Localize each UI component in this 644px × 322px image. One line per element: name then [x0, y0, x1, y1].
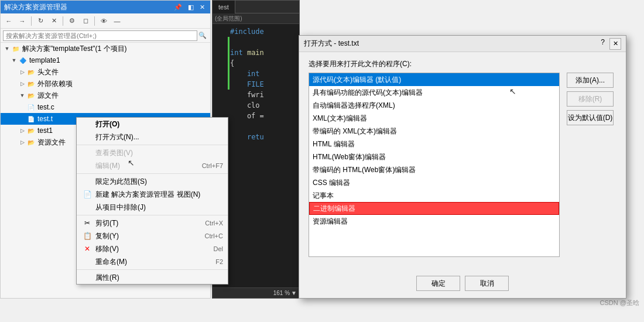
prog-name: HTML(Web窗体)编辑器	[313, 152, 386, 162]
expand-icon[interactable]: ▼	[3, 44, 11, 53]
prog-item-html[interactable]: HTML 编辑器	[309, 138, 559, 150]
tree-item-source[interactable]: ▼ 📂 源文件	[1, 90, 210, 101]
prog-item-auto-xml[interactable]: 自动编辑器选择程序(XML)	[309, 99, 559, 112]
stop-btn[interactable]: ✕	[48, 15, 60, 27]
toolbar-sep-1	[31, 16, 32, 26]
file-icon: 📄	[26, 114, 36, 124]
toolbar-sep-3	[94, 16, 95, 26]
back-btn[interactable]: ←	[3, 15, 15, 27]
tree-item-project[interactable]: ▼ 🔷 template1	[1, 54, 210, 66]
resources-label: 资源文件	[37, 138, 66, 148]
ctx-open-with-label: 打开方式(N)...	[95, 132, 139, 142]
prog-item-encoded-source[interactable]: 具有编码功能的源代码(文本)编辑器	[309, 86, 559, 99]
ctx-scope[interactable]: 限定为此范围(S)	[77, 175, 228, 188]
ctx-open[interactable]: 打开(O)	[77, 118, 228, 131]
remove-shortcut: Del	[213, 245, 223, 252]
dialog-right-btns: 添加(A)... 移除(R) 设为默认值(D)	[567, 73, 616, 264]
add-btn[interactable]: 添加(A)...	[567, 73, 614, 88]
set-default-btn[interactable]: 设为默认值(D)	[567, 110, 614, 125]
expand-icon[interactable]: ▷	[18, 68, 26, 76]
green-indicator	[228, 37, 229, 90]
prog-name: HTML 编辑器	[313, 139, 355, 149]
code-line: #include	[213, 26, 299, 37]
ok-btn[interactable]: 确定	[416, 276, 460, 291]
refresh-btn[interactable]: ↻	[35, 15, 46, 27]
testt-label: test.t	[37, 115, 53, 123]
expand-icon[interactable]: ▼	[10, 56, 18, 64]
remove-icon: ✕	[81, 245, 93, 253]
view-btn[interactable]: 👁	[98, 15, 109, 27]
panel-toolbar: ← → ↻ ✕ ⚙ ◻ 👁 —	[1, 13, 210, 29]
folder-icon: 📂	[26, 67, 36, 77]
dialog-question-btn[interactable]: ?	[601, 38, 605, 50]
headers-label: 头文件	[37, 67, 59, 77]
code-line: fwri	[213, 90, 299, 100]
prog-item-resource[interactable]: 资源编辑器	[309, 215, 559, 228]
prog-item-css[interactable]: CSS 编辑器	[309, 176, 559, 189]
prog-name: XML(文本)编辑器	[313, 114, 367, 124]
ext-deps-label: 外部依赖项	[37, 79, 73, 89]
ctx-sep-4	[77, 269, 228, 270]
close-panel-icon[interactable]: ✕	[198, 4, 207, 11]
remove-btn[interactable]: 移除(R)	[567, 91, 614, 107]
dialog-close-btn[interactable]: ✕	[609, 38, 621, 50]
search-bar: 🔍	[1, 29, 210, 43]
tree-item-headers[interactable]: ▷ 📂 头文件	[1, 66, 210, 78]
minus-btn[interactable]: —	[111, 15, 123, 27]
dialog-body: 选择要用来打开此文件的程序(C): 源代码(文本)编辑器 (默认值) 具有编码功…	[299, 52, 626, 271]
ctx-rename-label: 重命名(M)	[95, 257, 127, 267]
expand-icon[interactable]: ▷	[18, 126, 26, 135]
folder-icon: 📂	[26, 79, 36, 88]
cut-shortcut: Ctrl+X	[205, 220, 223, 227]
prog-item-notepad[interactable]: 记事本	[309, 189, 559, 202]
editor-tab-bar: test	[213, 1, 299, 13]
prog-item-source-text[interactable]: 源代码(文本)编辑器 (默认值)	[309, 73, 559, 86]
prog-name: 二进制编辑器	[313, 204, 355, 214]
panel-titlebar: 解决方案资源管理器 📌 ◧ ✕	[1, 1, 210, 13]
zoom-level: 161 %	[273, 290, 290, 296]
expand-icon[interactable]: ▷	[18, 138, 26, 146]
prog-item-html-web[interactable]: HTML(Web窗体)编辑器	[309, 150, 559, 163]
ctx-remove[interactable]: ✕ 移除(V) Del	[77, 242, 228, 255]
expand-icon[interactable]: ▷	[18, 80, 26, 88]
ctx-new-view-label: 新建 解决方案资源管理器 视图(N)	[95, 190, 200, 200]
ctx-exclude[interactable]: 从项目中排除(J)	[77, 201, 228, 214]
cancel-btn[interactable]: 取消	[465, 276, 509, 291]
prog-item-xml-text[interactable]: XML(文本)编辑器	[309, 112, 559, 125]
ctx-new-view[interactable]: 📄 新建 解决方案资源管理器 视图(N)	[77, 188, 228, 201]
pin-auto-hide-icon[interactable]: ◧	[186, 4, 196, 11]
prog-item-html-web-encoded[interactable]: 带编码的 HTML(Web窗体)编辑器	[309, 163, 559, 176]
ctx-open-with[interactable]: 打开方式(N)...	[77, 131, 228, 143]
prog-item-xml-encoded[interactable]: 带编码的 XML(文本)编辑器	[309, 125, 559, 138]
search-icon[interactable]: 🔍	[197, 30, 208, 41]
tree-item-testc[interactable]: 📄 test.c	[1, 101, 210, 113]
code-line: int main	[213, 47, 299, 58]
prog-name: CSS 编辑器	[313, 178, 350, 188]
pin-icon[interactable]: 📌	[172, 4, 184, 11]
search-input[interactable]	[3, 30, 197, 41]
ctx-cut[interactable]: ✂ 剪切(T) Ctrl+X	[77, 217, 228, 229]
mouse-cursor-ctx: ↖	[128, 158, 135, 167]
expand-icon[interactable]: ▼	[18, 91, 26, 100]
ctx-rename[interactable]: 重命名(M) F2	[77, 255, 228, 268]
ctx-copy[interactable]: 📋 复制(Y) Ctrl+C	[77, 229, 228, 242]
show-all-btn[interactable]: ◻	[80, 15, 91, 27]
program-list[interactable]: 源代码(文本)编辑器 (默认值) 具有编码功能的源代码(文本)编辑器 自动编辑器…	[309, 73, 560, 257]
prog-item-binary[interactable]: 二进制编辑器	[309, 202, 559, 215]
ctx-properties-label: 属性(R)	[95, 273, 119, 283]
copy-shortcut: Ctrl+C	[205, 232, 223, 239]
folder-icon: 📂	[26, 91, 36, 100]
code-line	[213, 37, 299, 47]
forward-btn[interactable]: →	[16, 15, 28, 27]
tree-item-solution[interactable]: ▼ 📁 解决方案"templateTest"(1 个项目)	[1, 43, 210, 54]
file-icon: 📄	[26, 102, 36, 112]
properties-btn[interactable]: ⚙	[66, 15, 78, 27]
prog-name: 带编码的 XML(文本)编辑器	[313, 126, 397, 136]
copy-icon: 📋	[81, 232, 93, 240]
test1-label: test1	[37, 126, 53, 135]
tree-item-external-deps[interactable]: ▷ 📂 外部依赖项	[1, 78, 210, 90]
editor-tab[interactable]: test	[213, 1, 235, 13]
ctx-properties[interactable]: 属性(R)	[77, 271, 228, 284]
context-menu: 打开(O) 打开方式(N)... 查看类图(V) 编辑(M) Ctrl+F7 限…	[76, 117, 228, 285]
dialog-titlebar: 打开方式 - test.txt ? ✕	[299, 36, 626, 52]
